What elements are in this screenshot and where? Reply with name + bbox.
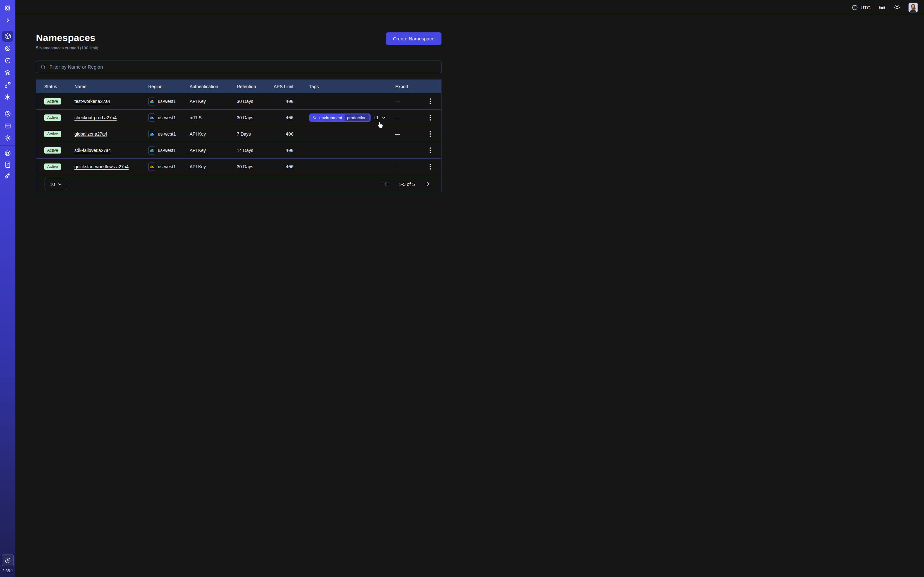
col-authentication: Authentication: [190, 84, 237, 89]
sidebar-item-deployments[interactable]: [2, 79, 13, 90]
tags-more-count: +1: [373, 115, 379, 120]
sidebar-item-monitoring[interactable]: [2, 43, 13, 54]
gcp-cloud-icon: [148, 130, 155, 138]
kebab-icon: [430, 147, 431, 153]
sidebar-item-billing[interactable]: [2, 121, 13, 131]
page-subtitle: 5 Namespaces created (100 limit): [36, 45, 98, 50]
main-content: Namespaces 5 Namespaces created (100 lim…: [15, 0, 462, 193]
pagination-range: 1-5 of 5: [399, 181, 415, 187]
page-size-value: 10: [50, 181, 55, 187]
workflow-branch-icon: [4, 81, 11, 89]
tag-value: production: [344, 114, 369, 121]
sidebar: $ 2.35.1: [0, 0, 15, 288]
col-tags: Tags: [309, 84, 395, 89]
kebab-icon: [430, 98, 431, 104]
tag-icon: [312, 115, 317, 120]
tags-expand-chevron-icon[interactable]: [381, 115, 386, 120]
topbar: UTC: [15, 0, 462, 15]
namespace-link[interactable]: sdk-failover.a27a4: [74, 148, 111, 153]
sidebar-item-usage[interactable]: [2, 108, 13, 119]
retention-label: 14 Days: [237, 148, 274, 153]
sidebar-item-schedules[interactable]: [2, 55, 13, 66]
status-badge: Active: [44, 98, 61, 105]
sidebar-item-settings[interactable]: [2, 133, 13, 143]
layers-icon: [4, 69, 11, 76]
sidebar-item-nexus[interactable]: [2, 92, 13, 103]
sidebar-item-getting-started[interactable]: [2, 170, 13, 181]
export-value: —: [395, 148, 425, 153]
namespaces-table: Status Name Region Authentication Retent…: [36, 79, 441, 193]
retention-label: 7 Days: [237, 131, 274, 137]
timer-icon: [4, 57, 11, 64]
status-badge: Active: [44, 131, 61, 137]
sidebar-item-docs[interactable]: [2, 159, 13, 170]
region-label: us-west1: [158, 148, 176, 153]
kebab-icon: [430, 115, 431, 121]
kebab-icon: [430, 131, 431, 137]
gcp-cloud-icon: [148, 97, 155, 105]
aps-limit-value: 400: [274, 164, 294, 169]
kebab-icon: [430, 164, 431, 169]
table-header-row: Status Name Region Authentication Retent…: [36, 79, 441, 93]
sidebar-divider: [0, 145, 15, 146]
page-title: Namespaces: [36, 32, 98, 43]
aps-limit-value: 400: [274, 131, 294, 137]
col-export: Export: [395, 84, 425, 89]
asterisk-icon: [4, 93, 11, 101]
tag-key: environment: [319, 115, 342, 120]
col-region: Region: [148, 84, 190, 89]
create-namespace-button[interactable]: Create Namespace: [386, 32, 441, 45]
row-actions-menu-button[interactable]: [425, 113, 434, 122]
lifebuoy-icon: [4, 150, 11, 157]
temporal-logo-icon[interactable]: [2, 3, 13, 13]
export-value: —: [395, 164, 425, 169]
gcp-cloud-icon: [148, 113, 155, 122]
row-actions-menu-button[interactable]: [425, 145, 434, 155]
col-name: Name: [74, 84, 148, 89]
namespace-link[interactable]: quickstart-workflows.a27a4: [74, 164, 129, 169]
row-actions-menu-button[interactable]: [425, 162, 434, 171]
aps-limit-value: 400: [274, 148, 294, 153]
spiral-icon: [4, 45, 11, 52]
cube-icon: [4, 33, 11, 40]
gear-icon: [4, 135, 11, 142]
next-page-button[interactable]: [423, 181, 430, 187]
row-actions-menu-button[interactable]: [425, 129, 434, 139]
status-badge: Active: [44, 163, 61, 170]
table-row: Active quickstart-workflows.a27a4 us-wes…: [36, 159, 441, 175]
status-badge: Active: [44, 114, 61, 121]
auth-label: API Key: [190, 148, 237, 153]
namespace-link[interactable]: globalizer.a27a4: [74, 131, 107, 137]
table-row: Active globalizer.a27a4 us-west1 API Key…: [36, 126, 441, 142]
page-size-select[interactable]: 10: [45, 178, 67, 190]
sidebar-expand-chevron-icon[interactable]: [2, 15, 13, 26]
col-retention: Retention: [237, 84, 274, 89]
col-status: Status: [44, 84, 74, 89]
auth-label: mTLS: [190, 115, 237, 120]
auth-label: API Key: [190, 164, 237, 169]
retention-label: 30 Days: [237, 99, 274, 104]
export-value: —: [395, 131, 425, 137]
row-actions-menu-button[interactable]: [425, 97, 434, 106]
previous-page-button[interactable]: [384, 181, 391, 187]
namespace-link[interactable]: test-worker.a27a4: [74, 99, 110, 104]
arrow-right-icon: [423, 181, 430, 187]
status-badge: Active: [44, 147, 61, 153]
export-value: —: [395, 115, 425, 120]
arrow-left-icon: [384, 181, 391, 187]
filter-input[interactable]: [49, 64, 437, 69]
aps-limit-value: 400: [274, 99, 294, 104]
sidebar-item-namespaces[interactable]: [2, 31, 13, 42]
filter-bar[interactable]: [36, 61, 441, 73]
region-label: us-west1: [158, 115, 176, 120]
region-label: us-west1: [158, 164, 176, 169]
sidebar-item-support[interactable]: [2, 148, 13, 159]
aps-limit-value: 400: [274, 115, 294, 120]
col-aps-limit: APS Limit: [274, 84, 309, 89]
table-footer: 10 1-5 of 5: [36, 175, 441, 193]
sidebar-item-stacks[interactable]: [2, 67, 13, 78]
rocket-icon: [4, 172, 11, 179]
tag-chip[interactable]: environment production: [309, 113, 371, 122]
auth-label: API Key: [190, 131, 237, 137]
namespace-link[interactable]: checkout-prod.a27a4: [74, 115, 117, 120]
